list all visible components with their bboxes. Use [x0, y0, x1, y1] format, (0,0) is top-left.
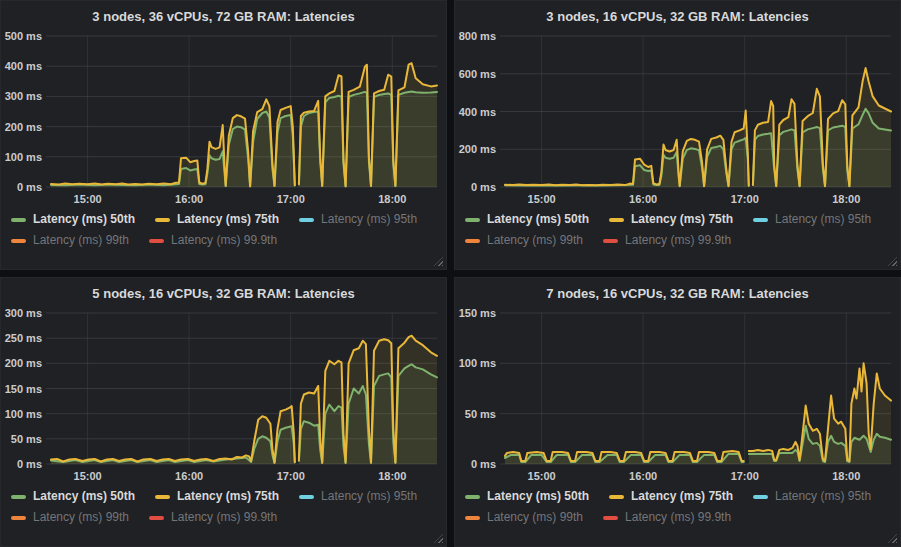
legend-item-p99[interactable]: Latency (ms) 99th: [465, 507, 583, 528]
legend-label: Latency (ms) 50th: [33, 209, 135, 230]
x-axis-tick-label: 15:00: [528, 470, 556, 482]
y-axis-tick-label: 300 ms: [5, 307, 42, 319]
series-color-marker: [149, 516, 164, 520]
legend-item-p99[interactable]: Latency (ms) 99th: [11, 230, 129, 251]
latency-chart: 0 ms50 ms100 ms150 ms15:0016:0017:0018:0…: [455, 303, 900, 485]
panel-3-nodes-16-vcpus: 3 nodes, 16 vCPUs, 32 GB RAM: Latencies …: [454, 0, 901, 270]
legend-item-p50[interactable]: Latency (ms) 50th: [465, 486, 589, 507]
panel-title[interactable]: 7 nodes, 16 vCPUs, 32 GB RAM: Latencies: [455, 278, 900, 303]
legend-item-p75[interactable]: Latency (ms) 75th: [609, 209, 733, 230]
y-axis-tick-label: 300 ms: [5, 90, 42, 102]
legend-label: Latency (ms) 99.9th: [171, 507, 277, 528]
x-axis-tick-label: 17:00: [277, 193, 305, 205]
legend-label: Latency (ms) 95th: [775, 486, 871, 507]
y-axis-tick-label: 600 ms: [459, 68, 496, 80]
x-axis-tick-label: 17:00: [731, 470, 759, 482]
legend-item-p95[interactable]: Latency (ms) 95th: [299, 209, 417, 230]
series-color-marker: [465, 516, 480, 520]
y-axis-tick-label: 500 ms: [5, 30, 42, 42]
legend-label: Latency (ms) 99.9th: [625, 230, 731, 251]
x-axis-tick-label: 18:00: [832, 470, 860, 482]
series-color-marker: [155, 218, 170, 222]
dashboard-grid: 3 nodes, 36 vCPUs, 72 GB RAM: Latencies …: [0, 0, 901, 547]
chart-canvas[interactable]: 0 ms50 ms100 ms150 ms200 ms250 ms300 ms1…: [1, 303, 446, 485]
x-axis-tick-label: 18:00: [378, 193, 406, 205]
legend-item-p95[interactable]: Latency (ms) 95th: [299, 486, 417, 507]
legend-item-p50[interactable]: Latency (ms) 50th: [465, 209, 589, 230]
y-axis-tick-label: 250 ms: [5, 332, 42, 344]
y-axis-tick-label: 0 ms: [471, 458, 496, 470]
y-axis-tick-label: 200 ms: [459, 143, 496, 155]
y-axis-tick-label: 800 ms: [459, 30, 496, 42]
legend-label: Latency (ms) 99th: [487, 507, 583, 528]
legend-label: Latency (ms) 99th: [33, 230, 129, 251]
legend-item-p999[interactable]: Latency (ms) 99.9th: [603, 230, 731, 251]
legend-item-p99[interactable]: Latency (ms) 99th: [465, 230, 583, 251]
series-color-marker: [299, 218, 314, 222]
latency-chart: 0 ms50 ms100 ms150 ms200 ms250 ms300 ms1…: [1, 303, 446, 485]
x-axis-tick-label: 16:00: [175, 193, 203, 205]
x-axis-tick-label: 16:00: [629, 470, 657, 482]
series-color-marker: [149, 239, 164, 243]
legend-label: Latency (ms) 75th: [177, 486, 279, 507]
legend-label: Latency (ms) 75th: [631, 486, 733, 507]
panel-3-nodes-36-vcpus: 3 nodes, 36 vCPUs, 72 GB RAM: Latencies …: [0, 0, 447, 270]
x-axis-tick-label: 18:00: [378, 470, 406, 482]
y-axis-tick-label: 100 ms: [5, 151, 42, 163]
legend-item-p99[interactable]: Latency (ms) 99th: [11, 507, 129, 528]
y-axis-tick-label: 400 ms: [459, 106, 496, 118]
y-axis-tick-label: 0 ms: [471, 181, 496, 193]
legend-label: Latency (ms) 99.9th: [625, 507, 731, 528]
legend-label: Latency (ms) 50th: [487, 486, 589, 507]
legend-label: Latency (ms) 75th: [177, 209, 279, 230]
panel-resize-handle[interactable]: [434, 534, 443, 543]
chart-canvas[interactable]: 0 ms50 ms100 ms150 ms15:0016:0017:0018:0…: [455, 303, 900, 485]
series-color-marker: [11, 516, 26, 520]
legend-label: Latency (ms) 99th: [487, 230, 583, 251]
panel-resize-handle[interactable]: [434, 257, 443, 266]
y-axis-tick-label: 50 ms: [11, 433, 42, 445]
x-axis-tick-label: 16:00: [175, 470, 203, 482]
panel-5-nodes-16-vcpus: 5 nodes, 16 vCPUs, 32 GB RAM: Latencies …: [0, 277, 447, 547]
series-color-marker: [603, 516, 618, 520]
series-color-marker: [609, 218, 624, 222]
panel-title[interactable]: 5 nodes, 16 vCPUs, 32 GB RAM: Latencies: [1, 278, 446, 303]
latency-chart: 0 ms100 ms200 ms300 ms400 ms500 ms15:001…: [1, 26, 446, 208]
x-axis-tick-label: 15:00: [528, 193, 556, 205]
legend-item-p999[interactable]: Latency (ms) 99.9th: [603, 507, 731, 528]
legend-label: Latency (ms) 50th: [487, 209, 589, 230]
y-axis-tick-label: 100 ms: [5, 408, 42, 420]
x-axis-tick-label: 17:00: [731, 193, 759, 205]
legend-item-p95[interactable]: Latency (ms) 95th: [753, 486, 871, 507]
panel-7-nodes-16-vcpus: 7 nodes, 16 vCPUs, 32 GB RAM: Latencies …: [454, 277, 901, 547]
legend-label: Latency (ms) 95th: [321, 486, 417, 507]
legend-item-p50[interactable]: Latency (ms) 50th: [11, 209, 135, 230]
x-axis-tick-label: 18:00: [832, 193, 860, 205]
legend-label: Latency (ms) 99.9th: [171, 230, 277, 251]
legend-item-p999[interactable]: Latency (ms) 99.9th: [149, 230, 277, 251]
panel-title[interactable]: 3 nodes, 36 vCPUs, 72 GB RAM: Latencies: [1, 1, 446, 26]
legend-label: Latency (ms) 75th: [631, 209, 733, 230]
x-axis-tick-label: 15:00: [74, 193, 102, 205]
legend-item-p75[interactable]: Latency (ms) 75th: [155, 209, 279, 230]
panel-resize-handle[interactable]: [888, 257, 897, 266]
legend-item-p95[interactable]: Latency (ms) 95th: [753, 209, 871, 230]
legend-item-p999[interactable]: Latency (ms) 99.9th: [149, 507, 277, 528]
chart-canvas[interactable]: 0 ms100 ms200 ms300 ms400 ms500 ms15:001…: [1, 26, 446, 208]
series-color-marker: [753, 218, 768, 222]
series-color-marker: [155, 495, 170, 499]
series-color-marker: [609, 495, 624, 499]
legend-item-p75[interactable]: Latency (ms) 75th: [609, 486, 733, 507]
legend-item-p75[interactable]: Latency (ms) 75th: [155, 486, 279, 507]
legend-label: Latency (ms) 50th: [33, 486, 135, 507]
chart-canvas[interactable]: 0 ms200 ms400 ms600 ms800 ms15:0016:0017…: [455, 26, 900, 208]
panel-title[interactable]: 3 nodes, 16 vCPUs, 32 GB RAM: Latencies: [455, 1, 900, 26]
y-axis-tick-label: 0 ms: [17, 458, 42, 470]
panel-resize-handle[interactable]: [888, 534, 897, 543]
y-axis-tick-label: 200 ms: [5, 357, 42, 369]
legend-item-p50[interactable]: Latency (ms) 50th: [11, 486, 135, 507]
y-axis-tick-label: 200 ms: [5, 121, 42, 133]
series-color-marker: [753, 495, 768, 499]
latency-chart: 0 ms200 ms400 ms600 ms800 ms15:0016:0017…: [455, 26, 900, 208]
x-axis-tick-label: 17:00: [277, 470, 305, 482]
